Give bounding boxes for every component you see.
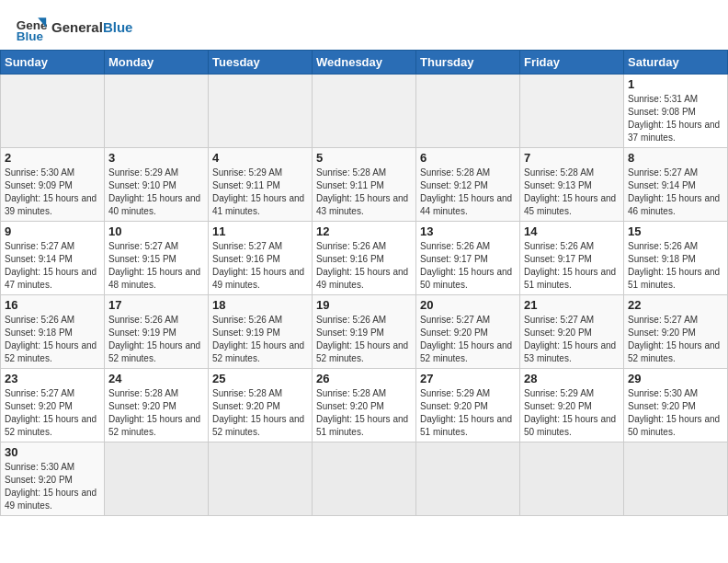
weekday-thursday: Thursday — [416, 51, 520, 75]
day-info: Sunrise: 5:26 AMSunset: 9:18 PMDaylight:… — [5, 314, 100, 365]
day-cell-5: 5Sunrise: 5:28 AMSunset: 9:11 PMDaylight… — [313, 148, 416, 222]
day-number: 10 — [108, 224, 204, 238]
day-cell-20: 20Sunrise: 5:27 AMSunset: 9:20 PMDayligh… — [416, 295, 520, 369]
day-info: Sunrise: 5:26 AMSunset: 9:16 PMDaylight:… — [316, 240, 412, 292]
calendar-body: 1Sunrise: 5:31 AMSunset: 9:08 PMDaylight… — [1, 75, 728, 516]
day-cell-19: 19Sunrise: 5:26 AMSunset: 9:19 PMDayligh… — [313, 295, 416, 369]
day-cell-25: 25Sunrise: 5:28 AMSunset: 9:20 PMDayligh… — [209, 369, 313, 442]
day-cell-23: 23Sunrise: 5:27 AMSunset: 9:20 PMDayligh… — [1, 369, 105, 442]
page-header: General Blue GeneralBlue — [0, 0, 728, 50]
empty-cell — [105, 442, 209, 516]
day-number: 16 — [5, 298, 100, 312]
day-cell-2: 2Sunrise: 5:30 AMSunset: 9:09 PMDaylight… — [1, 148, 105, 222]
day-info: Sunrise: 5:27 AMSunset: 9:15 PMDaylight:… — [108, 240, 204, 292]
empty-cell — [416, 75, 520, 148]
day-number: 13 — [420, 224, 516, 238]
week-row-2: 9Sunrise: 5:27 AMSunset: 9:14 PMDaylight… — [1, 222, 728, 295]
empty-cell — [313, 75, 416, 148]
day-info: Sunrise: 5:27 AMSunset: 9:20 PMDaylight:… — [628, 314, 723, 365]
day-number: 17 — [108, 298, 204, 312]
day-cell-18: 18Sunrise: 5:26 AMSunset: 9:19 PMDayligh… — [209, 295, 313, 369]
day-number: 3 — [108, 151, 204, 165]
logo-text: GeneralBlue — [51, 19, 132, 36]
day-cell-12: 12Sunrise: 5:26 AMSunset: 9:16 PMDayligh… — [313, 222, 416, 295]
day-info: Sunrise: 5:26 AMSunset: 9:19 PMDaylight:… — [108, 314, 204, 365]
empty-cell — [520, 442, 624, 516]
day-cell-4: 4Sunrise: 5:29 AMSunset: 9:11 PMDaylight… — [209, 148, 313, 222]
day-number: 25 — [212, 372, 308, 385]
day-info: Sunrise: 5:27 AMSunset: 9:20 PMDaylight:… — [5, 387, 100, 439]
week-row-5: 30Sunrise: 5:30 AMSunset: 9:20 PMDayligh… — [1, 442, 728, 516]
day-cell-1: 1Sunrise: 5:31 AMSunset: 9:08 PMDaylight… — [624, 75, 728, 148]
day-info: Sunrise: 5:31 AMSunset: 9:08 PMDaylight:… — [628, 93, 723, 144]
day-cell-3: 3Sunrise: 5:29 AMSunset: 9:10 PMDaylight… — [105, 148, 209, 222]
day-number: 4 — [212, 151, 308, 165]
day-info: Sunrise: 5:26 AMSunset: 9:17 PMDaylight:… — [420, 240, 516, 292]
day-info: Sunrise: 5:28 AMSunset: 9:20 PMDaylight:… — [212, 387, 308, 439]
day-number: 18 — [212, 298, 308, 312]
day-info: Sunrise: 5:27 AMSunset: 9:16 PMDaylight:… — [212, 240, 308, 292]
day-cell-13: 13Sunrise: 5:26 AMSunset: 9:17 PMDayligh… — [416, 222, 520, 295]
day-cell-14: 14Sunrise: 5:26 AMSunset: 9:17 PMDayligh… — [520, 222, 624, 295]
day-cell-15: 15Sunrise: 5:26 AMSunset: 9:18 PMDayligh… — [624, 222, 728, 295]
day-cell-10: 10Sunrise: 5:27 AMSunset: 9:15 PMDayligh… — [105, 222, 209, 295]
empty-cell — [624, 442, 728, 516]
day-number: 5 — [316, 151, 412, 165]
day-number: 26 — [316, 372, 412, 385]
day-cell-7: 7Sunrise: 5:28 AMSunset: 9:13 PMDaylight… — [520, 148, 624, 222]
day-cell-29: 29Sunrise: 5:30 AMSunset: 9:20 PMDayligh… — [624, 369, 728, 442]
day-number: 28 — [524, 372, 620, 385]
day-info: Sunrise: 5:29 AMSunset: 9:20 PMDaylight:… — [420, 387, 516, 439]
empty-cell — [209, 75, 313, 148]
day-cell-11: 11Sunrise: 5:27 AMSunset: 9:16 PMDayligh… — [209, 222, 313, 295]
day-cell-8: 8Sunrise: 5:27 AMSunset: 9:14 PMDaylight… — [624, 148, 728, 222]
weekday-friday: Friday — [520, 51, 624, 75]
day-number: 2 — [5, 151, 100, 165]
day-info: Sunrise: 5:27 AMSunset: 9:20 PMDaylight:… — [524, 314, 620, 365]
day-info: Sunrise: 5:29 AMSunset: 9:11 PMDaylight:… — [212, 167, 308, 218]
weekday-monday: Monday — [105, 51, 209, 75]
day-info: Sunrise: 5:28 AMSunset: 9:20 PMDaylight:… — [316, 387, 412, 439]
logo-svg: General Blue — [15, 11, 48, 44]
day-number: 9 — [5, 224, 100, 238]
day-number: 29 — [628, 372, 723, 385]
day-number: 11 — [212, 224, 308, 238]
empty-cell — [105, 75, 209, 148]
day-number: 7 — [524, 151, 620, 165]
day-cell-9: 9Sunrise: 5:27 AMSunset: 9:14 PMDaylight… — [1, 222, 105, 295]
day-info: Sunrise: 5:26 AMSunset: 9:19 PMDaylight:… — [316, 314, 412, 365]
day-cell-28: 28Sunrise: 5:29 AMSunset: 9:20 PMDayligh… — [520, 369, 624, 442]
weekday-header-row: SundayMondayTuesdayWednesdayThursdayFrid… — [1, 51, 728, 75]
day-info: Sunrise: 5:30 AMSunset: 9:09 PMDaylight:… — [5, 167, 100, 218]
week-row-1: 2Sunrise: 5:30 AMSunset: 9:09 PMDaylight… — [1, 148, 728, 222]
day-number: 23 — [5, 372, 100, 385]
day-cell-24: 24Sunrise: 5:28 AMSunset: 9:20 PMDayligh… — [105, 369, 209, 442]
day-number: 8 — [628, 151, 723, 165]
weekday-wednesday: Wednesday — [313, 51, 416, 75]
svg-text:Blue: Blue — [17, 29, 44, 43]
day-info: Sunrise: 5:29 AMSunset: 9:10 PMDaylight:… — [108, 167, 204, 218]
logo: General Blue GeneralBlue — [15, 11, 132, 44]
day-cell-16: 16Sunrise: 5:26 AMSunset: 9:18 PMDayligh… — [1, 295, 105, 369]
day-number: 1 — [628, 77, 723, 91]
day-number: 12 — [316, 224, 412, 238]
day-number: 15 — [628, 224, 723, 238]
day-number: 20 — [420, 298, 516, 312]
day-info: Sunrise: 5:26 AMSunset: 9:18 PMDaylight:… — [628, 240, 723, 292]
empty-cell — [209, 442, 313, 516]
day-info: Sunrise: 5:28 AMSunset: 9:12 PMDaylight:… — [420, 167, 516, 218]
week-row-4: 23Sunrise: 5:27 AMSunset: 9:20 PMDayligh… — [1, 369, 728, 442]
day-number: 24 — [108, 372, 204, 385]
week-row-3: 16Sunrise: 5:26 AMSunset: 9:18 PMDayligh… — [1, 295, 728, 369]
day-info: Sunrise: 5:27 AMSunset: 9:20 PMDaylight:… — [420, 314, 516, 365]
empty-cell — [520, 75, 624, 148]
day-info: Sunrise: 5:27 AMSunset: 9:14 PMDaylight:… — [628, 167, 723, 218]
day-number: 21 — [524, 298, 620, 312]
day-cell-21: 21Sunrise: 5:27 AMSunset: 9:20 PMDayligh… — [520, 295, 624, 369]
day-info: Sunrise: 5:30 AMSunset: 9:20 PMDaylight:… — [628, 387, 723, 439]
day-info: Sunrise: 5:26 AMSunset: 9:19 PMDaylight:… — [212, 314, 308, 365]
calendar-table: SundayMondayTuesdayWednesdayThursdayFrid… — [0, 50, 728, 516]
day-info: Sunrise: 5:29 AMSunset: 9:20 PMDaylight:… — [524, 387, 620, 439]
day-info: Sunrise: 5:27 AMSunset: 9:14 PMDaylight:… — [5, 240, 100, 292]
day-number: 19 — [316, 298, 412, 312]
